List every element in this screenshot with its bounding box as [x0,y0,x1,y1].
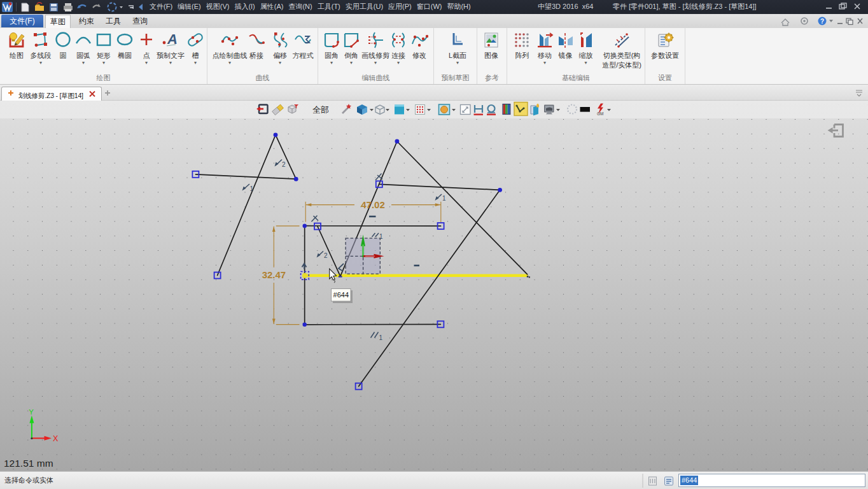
svg-text:?: ? [820,18,824,25]
svg-text:1: 1 [250,185,254,192]
svg-text:1: 1 [379,233,383,240]
svg-text:2: 2 [282,161,286,168]
svg-text:1: 1 [442,195,446,202]
svg-text:A: A [167,31,178,47]
svg-text:#644: #644 [333,291,349,299]
svg-text:X: X [53,434,59,443]
svg-text:1: 1 [379,334,383,341]
svg-text:32.47: 32.47 [262,269,286,280]
svg-text:47.02: 47.02 [361,199,385,210]
svg-text:Y: Y [29,408,34,416]
svg-text:2: 2 [324,252,328,259]
